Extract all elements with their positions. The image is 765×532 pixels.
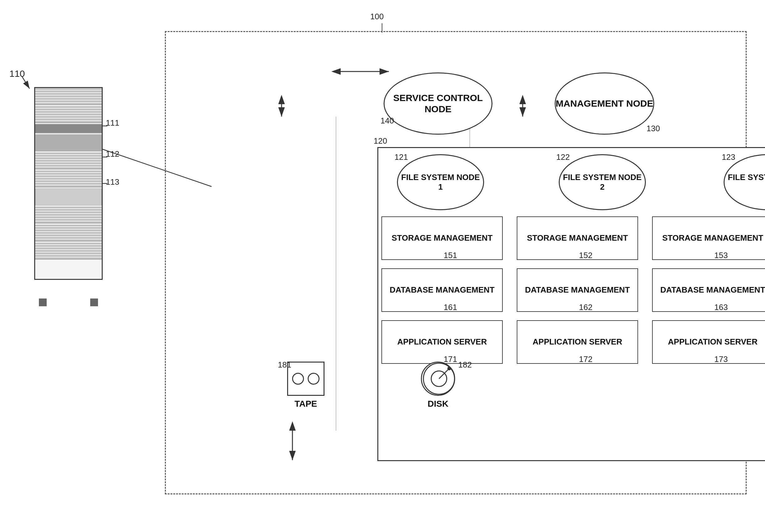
tape-reel-2	[308, 373, 320, 385]
ref-100: 100	[370, 12, 383, 21]
app-server-3-label: APPLICATION SERVER	[668, 337, 758, 347]
fs-node-1-label: FILE SYSTEM NODE 1	[398, 172, 483, 192]
server-rack: 110 111 112 113	[28, 87, 115, 299]
storage-mgmt-2-label: STORAGE MANAGEMENT	[527, 233, 628, 243]
ref-140: 140	[381, 116, 394, 126]
disk-icon	[421, 362, 455, 396]
ref-182: 182	[458, 360, 472, 370]
ref-181: 181	[278, 360, 291, 370]
tape-icon	[287, 362, 325, 396]
app-server-2-label: APPLICATION SERVER	[533, 337, 622, 347]
rack-foot-left	[39, 299, 47, 306]
tape-storage: TAPE	[287, 362, 325, 409]
db-mgmt-3-label: DATABASE MANAGEMENT	[660, 285, 765, 295]
storage-mgmt-1-label: STORAGE MANAGEMENT	[392, 233, 493, 243]
col-1: STORAGE MANAGEMENT 151 DATABASE MANAGEME…	[382, 216, 503, 372]
storage-mgmt-3-label: STORAGE MANAGEMENT	[662, 233, 763, 243]
ref-120: 120	[374, 136, 387, 146]
ref-130: 130	[646, 124, 660, 133]
db-mgmt-1-label: DATABASE MANAGEMENT	[389, 285, 494, 295]
ref-153: 153	[714, 251, 765, 260]
ref-163: 163	[714, 303, 765, 312]
tape-label: TAPE	[295, 399, 317, 409]
rack-label-ticks	[28, 87, 109, 211]
disk-storage: DISK	[421, 362, 455, 409]
db-mgmt-2-label: DATABASE MANAGEMENT	[525, 285, 630, 295]
ref-123: 123	[722, 152, 735, 162]
fs-node-3-oval: FILE SYSTEM NODE 3	[724, 154, 765, 210]
fs-node-2-oval: FILE SYSTEM NODE 2	[559, 154, 646, 210]
service-control-label: SERVICE CONTROL NODE	[384, 92, 491, 115]
rack-slot-10	[35, 242, 102, 260]
ref-122: 122	[556, 152, 570, 162]
col-3: STORAGE MANAGEMENT 153 DATABASE MANAGEME…	[652, 216, 765, 372]
tape-reel-1	[292, 373, 304, 385]
ref-173: 173	[714, 355, 765, 364]
svg-point-19	[447, 367, 451, 370]
system-boundary-box: SERVICE CONTROL NODE 120 MANAGEMENT NODE…	[165, 31, 747, 494]
rack-foot-right	[90, 299, 98, 306]
management-label: MANAGEMENT NODE	[556, 98, 653, 109]
svg-line-12	[22, 76, 30, 89]
ref-121: 121	[394, 152, 408, 162]
disk-svg	[422, 362, 454, 396]
fs-node-2-label: FILE SYSTEM NODE 2	[560, 172, 645, 192]
service-control-node: SERVICE CONTROL NODE	[383, 73, 492, 134]
col-2: STORAGE MANAGEMENT 152 DATABASE MANAGEME…	[517, 216, 638, 372]
disk-label: DISK	[428, 399, 448, 409]
rack-slot-9	[35, 224, 102, 242]
diagram-container: 100 110 111 112 113	[0, 0, 765, 532]
fs-node-1-oval: FILE SYSTEM NODE 1	[397, 154, 484, 210]
inner-nodes-box: FILE SYSTEM NODE 1 121 FILE SYSTEM NODE …	[378, 147, 765, 461]
fs-node-3-label: FILE SYSTEM NODE 3	[725, 172, 765, 192]
app-server-1-label: APPLICATION SERVER	[397, 337, 487, 347]
management-node: MANAGEMENT NODE	[555, 73, 654, 134]
